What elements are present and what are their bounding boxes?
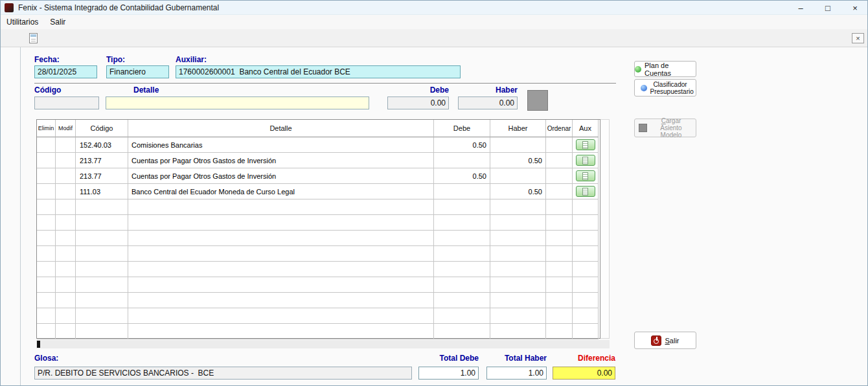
cell-ordenar[interactable] xyxy=(546,153,573,168)
codigo-input[interactable] xyxy=(34,96,99,109)
glosa-label: Glosa: xyxy=(34,354,58,363)
cell-aux xyxy=(573,246,599,262)
table-row-empty xyxy=(37,246,600,262)
cell-aux xyxy=(573,262,599,277)
titlebar: Fenix - Sistema Integrado de Contabilida… xyxy=(1,1,868,15)
cell-ordenar[interactable] xyxy=(546,308,573,324)
cell-ordenar[interactable] xyxy=(546,262,573,277)
cell-detalle xyxy=(128,262,434,277)
table-row-empty xyxy=(37,308,600,324)
cell-modif[interactable] xyxy=(56,324,76,339)
auxiliar-input[interactable] xyxy=(176,65,461,78)
table-row: 152.40.03Comisiones Bancarias0.50 xyxy=(37,137,600,153)
debe-input[interactable] xyxy=(387,96,449,109)
aux-button[interactable] xyxy=(576,170,595,181)
aux-button[interactable] xyxy=(576,186,595,197)
power-icon xyxy=(651,335,661,346)
cell-modif[interactable] xyxy=(56,231,76,246)
scrollbar-thumb[interactable] xyxy=(37,341,40,348)
cell-modif[interactable] xyxy=(56,168,76,184)
horizontal-scrollbar[interactable] xyxy=(36,340,610,348)
cell-haber xyxy=(490,293,546,308)
header-codigo: Código xyxy=(76,120,128,137)
menu-salir[interactable]: Salir xyxy=(44,15,71,29)
cell-codigo xyxy=(76,231,128,246)
haber-input[interactable] xyxy=(458,96,518,109)
cell-modif[interactable] xyxy=(56,184,76,199)
aux-button[interactable] xyxy=(576,155,595,166)
cell-elimin[interactable] xyxy=(37,324,56,339)
tipo-input[interactable] xyxy=(106,65,169,78)
green-sphere-icon xyxy=(635,66,641,73)
fecha-input[interactable] xyxy=(34,65,97,78)
menu-utilitarios[interactable]: Utilitarios xyxy=(1,15,44,29)
gray-square-button[interactable] xyxy=(527,90,548,111)
cell-elimin[interactable] xyxy=(37,199,56,215)
cell-ordenar[interactable] xyxy=(546,277,573,293)
table-row-empty xyxy=(37,293,600,308)
cell-modif[interactable] xyxy=(56,215,76,231)
clasificador-presupuestario-button[interactable]: Clasificador Presupuestario xyxy=(634,79,696,96)
cell-haber xyxy=(490,199,546,215)
header-debe: Debe xyxy=(434,120,490,137)
table-row-empty xyxy=(37,231,600,246)
cell-aux xyxy=(573,184,599,199)
cell-elimin[interactable] xyxy=(37,277,56,293)
header-ordenar: Ordenar xyxy=(546,120,573,137)
cell-ordenar[interactable] xyxy=(546,246,573,262)
cell-haber: 0.50 xyxy=(490,184,546,199)
cell-elimin[interactable] xyxy=(37,246,56,262)
cell-modif[interactable] xyxy=(56,262,76,277)
minimize-button[interactable]: – xyxy=(787,1,814,15)
cell-elimin[interactable] xyxy=(37,137,56,153)
glosa-input[interactable] xyxy=(34,367,412,380)
auxiliar-label: Auxiliar: xyxy=(176,55,207,64)
plan-de-cuentas-button[interactable]: Plan de Cuentas xyxy=(634,61,696,77)
cell-elimin[interactable] xyxy=(37,168,56,184)
cell-haber xyxy=(490,231,546,246)
close-button[interactable]: × xyxy=(841,1,868,15)
cell-modif[interactable] xyxy=(56,199,76,215)
cell-modif[interactable] xyxy=(56,293,76,308)
cell-ordenar[interactable] xyxy=(546,324,573,339)
cell-modif[interactable] xyxy=(56,153,76,168)
cell-debe: 0.50 xyxy=(434,168,490,184)
cell-ordenar[interactable] xyxy=(546,137,573,153)
cell-elimin[interactable] xyxy=(37,308,56,324)
salir-button[interactable]: Salir xyxy=(634,332,696,349)
cell-detalle: Cuentas por Pagar Otros Gastos de Invers… xyxy=(128,168,434,184)
detalle-input[interactable] xyxy=(106,96,369,109)
separator-line xyxy=(34,83,616,84)
cell-ordenar[interactable] xyxy=(546,199,573,215)
cell-modif[interactable] xyxy=(56,246,76,262)
cell-ordenar[interactable] xyxy=(546,215,573,231)
fecha-label: Fecha: xyxy=(34,55,60,64)
cell-elimin[interactable] xyxy=(37,262,56,277)
cell-ordenar[interactable] xyxy=(546,184,573,199)
cell-elimin[interactable] xyxy=(37,184,56,199)
cell-ordenar[interactable] xyxy=(546,168,573,184)
cell-debe xyxy=(434,215,490,231)
cell-ordenar[interactable] xyxy=(546,293,573,308)
header-elimin: Elimin xyxy=(37,120,56,137)
cell-elimin[interactable] xyxy=(37,293,56,308)
left-border-line xyxy=(20,47,21,386)
aux-button[interactable] xyxy=(576,139,595,150)
cell-modif[interactable] xyxy=(56,277,76,293)
cell-debe xyxy=(434,293,490,308)
cell-elimin[interactable] xyxy=(37,215,56,231)
cell-modif[interactable] xyxy=(56,137,76,153)
cell-debe xyxy=(434,324,490,339)
maximize-button[interactable]: □ xyxy=(814,1,841,15)
cell-detalle xyxy=(128,308,434,324)
cell-modif[interactable] xyxy=(56,308,76,324)
cell-ordenar[interactable] xyxy=(546,231,573,246)
table-row: 111.03Banco Central del Ecuador Moneda d… xyxy=(37,184,600,199)
cell-elimin[interactable] xyxy=(37,231,56,246)
cell-elimin[interactable] xyxy=(37,153,56,168)
mdi-close-button[interactable]: × xyxy=(852,33,864,43)
cargar-asiento-modelo-button[interactable]: Cargar Asiento Modelo xyxy=(634,119,696,137)
cell-codigo xyxy=(76,246,128,262)
vertical-scrollbar[interactable] xyxy=(600,119,610,339)
cell-haber xyxy=(490,324,546,339)
